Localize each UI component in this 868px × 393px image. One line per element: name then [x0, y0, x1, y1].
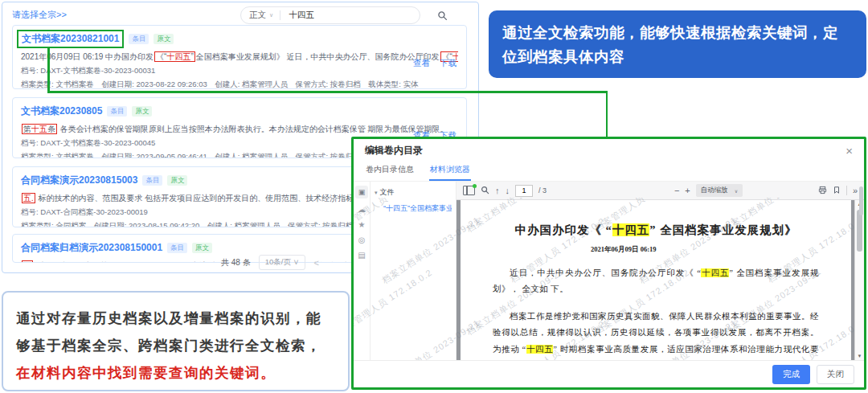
result-title-link[interactable]: 合同档案归档演示202308150001 [21, 241, 162, 255]
sidebar-toggle-icon[interactable] [463, 186, 475, 195]
result-title-row: 文书档案20230821001条目原文 [21, 32, 458, 46]
tree-expander-icon[interactable]: ▾ [375, 190, 378, 196]
note-text-black: 通过对存量历史档案以及增量档案的识别，能够基于档案全宗、跨档案门类进行全文检索， [16, 310, 321, 354]
result-meta: 档案类型: 文书档案卷 创建日期: 2023-08-22 09:26:03 创建… [21, 80, 458, 89]
text-run: 近日，中共中央办公厅、国务院办公厅印发《 “ [510, 268, 701, 277]
tag-entry: 条目 [142, 175, 162, 186]
divider [280, 10, 280, 20]
tree-item-document[interactable]: “十四五”全国档案事业 [375, 203, 452, 214]
text-run: 全国档案事业发展规划》 近日，中共中央办公厅、国务院办公厅印发 [196, 52, 440, 61]
tab-catalog-info[interactable]: 卷内目录信息 [365, 162, 415, 181]
text-run: 后的技术的内容、范围及要求 包括开发项目应达到的开发目的、使用范围、技术经济指标… [34, 261, 400, 263]
chevron-down-icon: ∨ [269, 12, 273, 18]
connector-line-vertical-1 [47, 47, 50, 92]
layers-icon[interactable]: ▤ [358, 252, 365, 260]
page-size-label: 10条/页 [265, 257, 291, 266]
tag-entry: 条目 [129, 34, 149, 44]
dialog-footer: 完成 关闭 [354, 360, 864, 387]
keyword-red-box: 第十五条 [22, 124, 57, 134]
copy-icon[interactable]: ▣ [355, 186, 368, 199]
text-run: 条 [47, 125, 55, 133]
page-size-select[interactable]: 10条/页 ∨ [259, 255, 306, 270]
dialog-header: 编辑卷内目录 × [354, 139, 864, 162]
dialog-body: ▣ ☁ ★ ◎ ▤ ▾ 文件 “十四五”全国档案事业 ↑ [354, 182, 864, 360]
tag-original-text: 原文 [167, 175, 187, 186]
more-tools-icon[interactable]: » [853, 186, 858, 195]
bookmark-icon[interactable] [833, 186, 841, 196]
keyword-red-box: 五 [22, 260, 33, 263]
search-field-select[interactable]: 正文 ∨ [249, 10, 273, 21]
dialog-tabs: 卷内目录信息 材料浏览器 [354, 162, 864, 182]
pdf-viewer: ↑ ↓ / 3 − + 自动缩放 ∨ [457, 182, 864, 360]
document-paragraph: 近日，中共中央办公厅、国务院办公厅印发《 “十四五” 全国档案事业发展规划》， … [493, 265, 819, 298]
search-input[interactable] [287, 10, 411, 21]
document-date: 2021年06月09日 06:19 [591, 245, 819, 255]
result-snippet: 第十五条 各类会计档案的保管期限原则上应当按照本办法附表执行。本办法规定的会计档… [21, 123, 458, 135]
result-title-link[interactable]: 文书档案20230805 [21, 104, 102, 118]
document-page: 中办国办印发《 “十四五” 全国档案事业发展规划》 2021年06月09日 06… [461, 200, 851, 360]
next-page-icon[interactable]: ↓ [506, 186, 510, 195]
result-title-link[interactable]: 文书档案20230821001 [17, 30, 124, 48]
search-bar: 正文 ∨ [240, 6, 420, 24]
file-tree: ▾ 文件 “十四五”全国档案事业 [371, 182, 457, 360]
chevron-down-icon: ∨ [735, 188, 738, 194]
page-total-label: / 3 [538, 186, 547, 194]
connector-line-vertical-2 [606, 91, 608, 137]
confirm-button[interactable]: 完成 [772, 365, 810, 384]
text-run: ” 全国档案事业发展规划》 [649, 223, 796, 236]
connector-line-horizontal [47, 91, 608, 93]
prev-page-button[interactable]: < [313, 258, 318, 268]
result-title-row: 文书档案20230805条目原文 [21, 104, 458, 118]
total-count: 共 48 条 [221, 257, 251, 268]
result-title-link[interactable]: 合同档案演示20230815003 [21, 174, 137, 187]
divider [846, 186, 847, 195]
text-run: 标的技术的内容、范围及要求 包括开发项目应达到的开发目的、使用范围、技术经济指标… [36, 194, 403, 203]
select-fonds-link[interactable]: 请选择全宗>> [12, 9, 67, 21]
cloud-icon[interactable]: ☁ [358, 206, 366, 214]
scrollbar-thumb[interactable] [857, 210, 862, 252]
viewer-tool-strip: ▣ ☁ ★ ◎ ▤ [354, 182, 371, 360]
page-number-input[interactable] [515, 185, 533, 197]
chevron-down-icon: ∨ [293, 257, 300, 266]
print-icon[interactable] [818, 186, 827, 196]
text-run: 各类会计档案的保管期限原则上应当按照本办法附表执行。本办法规定的会计档案保管 期… [58, 125, 448, 133]
pdf-page-area: 中办国办印发《 “十四五” 全国档案事业发展规划》 2021年06月09日 06… [457, 200, 864, 360]
pdf-scrollbar[interactable]: ▲ ▼ [854, 200, 864, 360]
zoom-in-icon[interactable]: + [685, 186, 690, 195]
previous-page-icon[interactable]: ↑ [495, 186, 500, 195]
notification-dot [473, 184, 477, 188]
edit-volume-catalog-dialog: 编辑卷内目录 × 卷内目录信息 材料浏览器 ▣ ☁ ★ ◎ ▤ ▾ 文件 “十四… [351, 137, 866, 390]
view-link[interactable]: 查看 [413, 58, 430, 69]
close-icon[interactable]: × [845, 145, 853, 157]
screenshot-root: 请选择全宗>> 正文 ∨ 文书档案20230821001条目原文2021年06月… [0, 0, 868, 393]
search-keyword: 五 [23, 261, 31, 263]
dialog-title: 编辑卷内目录 [365, 144, 423, 158]
result-docno: 档号: DAXT-文书档案卷-30-2023-00031 [21, 66, 458, 76]
callout-fulltext-search: 通过全文检索功能，能够快速根据检索关键词，定位到档案具体内容 [489, 10, 866, 78]
tag-original-text: 原文 [132, 106, 152, 117]
text-run: ” [190, 52, 193, 61]
search-icon[interactable] [437, 10, 448, 24]
scroll-down-icon[interactable]: ▼ [855, 354, 864, 358]
tab-material-viewer[interactable]: 材料浏览器 [429, 162, 471, 181]
text-run: 中办国办印发《 “ [514, 223, 612, 236]
camera-icon[interactable]: ◎ [358, 236, 366, 244]
search-keyword: 十五 [31, 125, 47, 133]
find-icon[interactable] [481, 186, 489, 196]
tree-root-node[interactable]: ▾ 文件 [375, 187, 452, 198]
search-field-label: 正文 [249, 10, 266, 21]
dialog-scrollbar-thumb[interactable] [859, 186, 863, 215]
keyword-red-box: 五. [22, 193, 35, 203]
tag-entry: 条目 [107, 106, 127, 117]
result-card: 文书档案20230821001条目原文2021年06月09日 06:19 中办国… [12, 25, 467, 89]
zoom-out-icon[interactable]: − [674, 186, 679, 195]
pagination: 共 48 条 10条/页 ∨ < [221, 255, 319, 270]
pdf-toolbar: ↑ ↓ / 3 − + 自动缩放 ∨ [457, 182, 864, 200]
close-button[interactable]: 关闭 [817, 365, 854, 384]
result-snippet: 2021年06月09日 06:19 中办国办印发《“十四五”全国档案事业发展规划… [21, 51, 458, 63]
star-icon[interactable]: ★ [358, 221, 366, 229]
download-link[interactable]: 下载 [440, 58, 457, 69]
zoom-mode-select[interactable]: 自动缩放 ∨ [696, 184, 743, 197]
document-paragraph: 档案工作是维护党和国家历史真实面貌、保障人民群众根本利益的重要事业。经验得以总结… [493, 309, 819, 360]
callout-recognition-note: 通过对存量历史档案以及增量档案的识别，能够基于档案全宗、跨档案门类进行全文检索，… [2, 291, 350, 391]
